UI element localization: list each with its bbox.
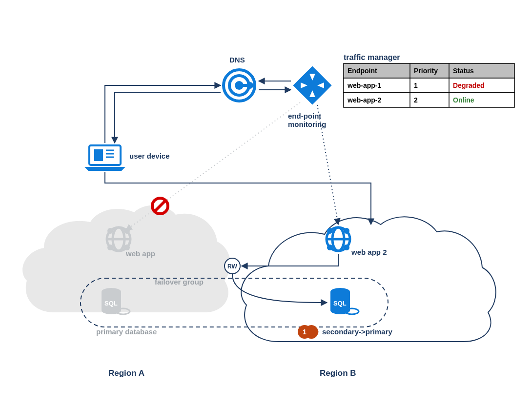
- svg-text:SQL: SQL: [333, 300, 347, 307]
- td-st-0: Degraded: [453, 82, 485, 89]
- traffic-manager-table: Endpoint Priority Status web-app-1 1 Deg…: [344, 63, 514, 107]
- conn-webapp-b-to-rw: [242, 254, 338, 266]
- svg-text:1: 1: [303, 328, 307, 336]
- td-ep-0: web-app-1: [347, 82, 381, 89]
- td-pr-0: 1: [414, 82, 418, 89]
- svg-rect-5: [239, 84, 250, 87]
- svg-point-22: [124, 228, 130, 234]
- th-priority: Priority: [414, 67, 438, 75]
- th-endpoint: Endpoint: [348, 67, 377, 75]
- web-app-b-label: web app 2: [351, 248, 387, 256]
- endpoint-monitoring-label-2: monitoring: [288, 120, 326, 128]
- svg-point-30: [327, 245, 333, 250]
- web-app-b-icon: [327, 227, 350, 251]
- region-b-label: Region B: [320, 368, 356, 378]
- endpoint-monitoring-label-1: end-point: [288, 112, 321, 120]
- sql-b-icon: SQL: [330, 288, 359, 314]
- traffic-manager-title: traffic manager: [344, 53, 400, 61]
- td-pr-1: 2: [414, 96, 418, 104]
- th-status: Status: [453, 67, 474, 75]
- td-ep-1: web-app-2: [347, 96, 381, 104]
- laptop-icon: [84, 145, 125, 171]
- rw-node: RW: [225, 258, 240, 274]
- svg-text:RW: RW: [227, 263, 237, 270]
- region-b-cloud: [241, 217, 496, 342]
- primary-db-label: primary database: [96, 327, 157, 336]
- traffic-manager-icon: [293, 66, 331, 104]
- svg-rect-13: [89, 145, 121, 165]
- td-st-1: Online: [453, 96, 474, 104]
- region-a-label: Region A: [108, 368, 144, 378]
- blocked-icon: [152, 198, 168, 214]
- svg-point-23: [107, 245, 113, 250]
- svg-text:SQL: SQL: [104, 300, 118, 307]
- conn-dns-to-user: [115, 93, 221, 143]
- user-device-label: user device: [129, 152, 170, 160]
- failover-group-label: failover group: [155, 278, 204, 286]
- conn-user-to-dns: [105, 85, 221, 143]
- region-a-cloud: [22, 205, 230, 312]
- svg-point-21: [107, 228, 113, 234]
- dns-label: DNS: [229, 56, 245, 64]
- svg-rect-14: [94, 149, 103, 161]
- svg-text:traffic manager: traffic manager: [344, 53, 400, 61]
- dns-icon: [224, 70, 255, 101]
- svg-point-28: [327, 228, 333, 234]
- svg-rect-6: [293, 66, 331, 104]
- secondary-db-label: secondary->primary: [322, 327, 392, 336]
- conn-tm-to-webapp-a: [126, 102, 300, 230]
- callout-badge: 1: [298, 325, 319, 339]
- svg-point-31: [344, 245, 349, 250]
- svg-point-29: [344, 228, 349, 234]
- web-app-a-label: web app: [125, 249, 155, 258]
